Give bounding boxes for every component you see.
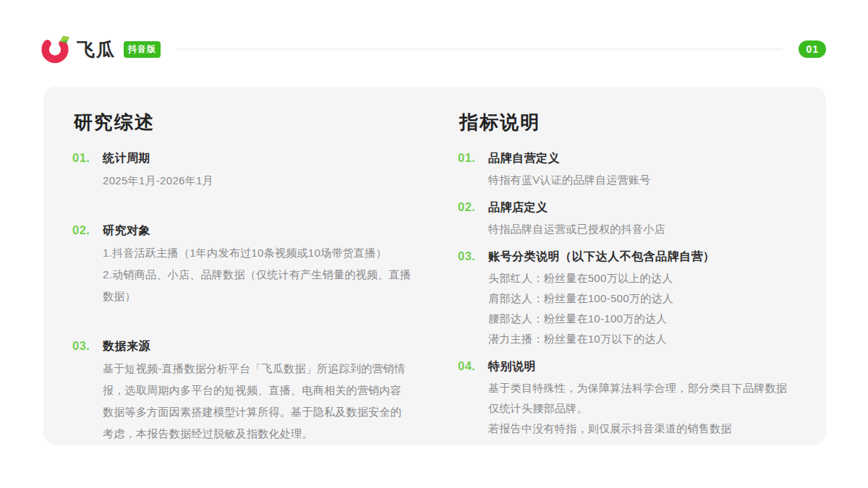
- list-item-research-subjects: 02. 研究对象 1.抖音活跃主播（1年内发布过10条视频或10场带货直播） 2…: [72, 223, 412, 307]
- item-heading: 数据来源: [103, 339, 150, 354]
- feigua-watermelon-icon: [40, 34, 70, 64]
- item-number: 01.: [458, 151, 488, 165]
- feigua-logo: 飞瓜 抖音版: [40, 34, 161, 64]
- item-head: 02. 品牌店定义: [458, 200, 797, 215]
- item-head: 03. 数据来源: [72, 339, 412, 354]
- item-number: 01.: [72, 151, 103, 165]
- item-body: 基于短视频-直播数据分析平台「飞瓜数据」所追踪到的营销情报，选取周期内多平台的短…: [103, 358, 412, 445]
- indicator-description-column: 指标说明 01. 品牌自营定义 特指有蓝V认证的品牌自运营账号 02. 品牌店定…: [458, 108, 797, 424]
- item-number: 02.: [458, 200, 488, 214]
- item-number: 04.: [458, 359, 488, 373]
- list-item-data-source: 03. 数据来源 基于短视频-直播数据分析平台「飞瓜数据」所追踪到的营销情报，选…: [72, 339, 412, 445]
- logo-wordmark: 飞瓜: [77, 38, 116, 61]
- item-heading: 统计周期: [103, 151, 150, 166]
- logo-edition-badge: 抖音版: [124, 41, 161, 58]
- column-title-research-overview: 研究综述: [74, 110, 412, 135]
- item-head: 03. 账号分类说明（以下达人不包含品牌自营）: [458, 249, 797, 265]
- item-head: 01. 品牌自营定义: [458, 151, 797, 166]
- item-body: 头部红人：粉丝量在500万以上的达人 肩部达人：粉丝量在100-500万的达人 …: [488, 268, 797, 349]
- item-number: 03.: [72, 339, 103, 353]
- list-item-statistical-period: 01. 统计周期 2025年1月-2026年1月: [72, 151, 412, 192]
- slide-header: 飞瓜 抖音版 01: [40, 33, 826, 65]
- item-head: 01. 统计周期: [72, 151, 412, 166]
- item-number: 02.: [72, 223, 103, 237]
- item-body: 特指品牌自运营或已授权的抖音小店: [488, 219, 797, 239]
- list-item-account-classification: 03. 账号分类说明（以下达人不包含品牌自营） 头部红人：粉丝量在500万以上的…: [458, 249, 797, 349]
- item-body: 1.抖音活跃主播（1年内发布过10条视频或10场带货直播） 2.动销商品、小店、…: [103, 242, 412, 307]
- item-heading: 研究对象: [103, 223, 150, 239]
- item-head: 04. 特别说明: [458, 359, 797, 374]
- item-heading: 品牌自营定义: [488, 151, 560, 166]
- item-body: 2025年1月-2026年1月: [103, 170, 412, 192]
- item-heading: 品牌店定义: [488, 200, 548, 215]
- header-divider: [176, 48, 783, 50]
- item-number: 03.: [458, 249, 488, 263]
- item-head: 02. 研究对象: [72, 223, 412, 239]
- list-item-brand-store: 02. 品牌店定义 特指品牌自运营或已授权的抖音小店: [458, 200, 797, 239]
- item-heading: 账号分类说明（以下达人不包含品牌自营）: [488, 249, 715, 265]
- list-item-special-note: 04. 特别说明 基于类目特殊性，为保障算法科学合理，部分类目下品牌数据仅统计头…: [458, 359, 797, 439]
- item-body: 基于类目特殊性，为保障算法科学合理，部分类目下品牌数据仅统计头腰部品牌。 若报告…: [488, 378, 797, 439]
- page-number-badge: 01: [799, 40, 826, 58]
- content-card: 研究综述 01. 统计周期 2025年1月-2026年1月 02. 研究对象 1…: [43, 87, 826, 445]
- item-body: 特指有蓝V认证的品牌自运营账号: [488, 170, 797, 190]
- list-item-brand-self-operation: 01. 品牌自营定义 特指有蓝V认证的品牌自运营账号: [458, 151, 797, 190]
- column-title-indicator-description: 指标说明: [459, 110, 797, 135]
- item-heading: 特别说明: [488, 359, 536, 374]
- research-overview-column: 研究综述 01. 统计周期 2025年1月-2026年1月 02. 研究对象 1…: [72, 108, 412, 424]
